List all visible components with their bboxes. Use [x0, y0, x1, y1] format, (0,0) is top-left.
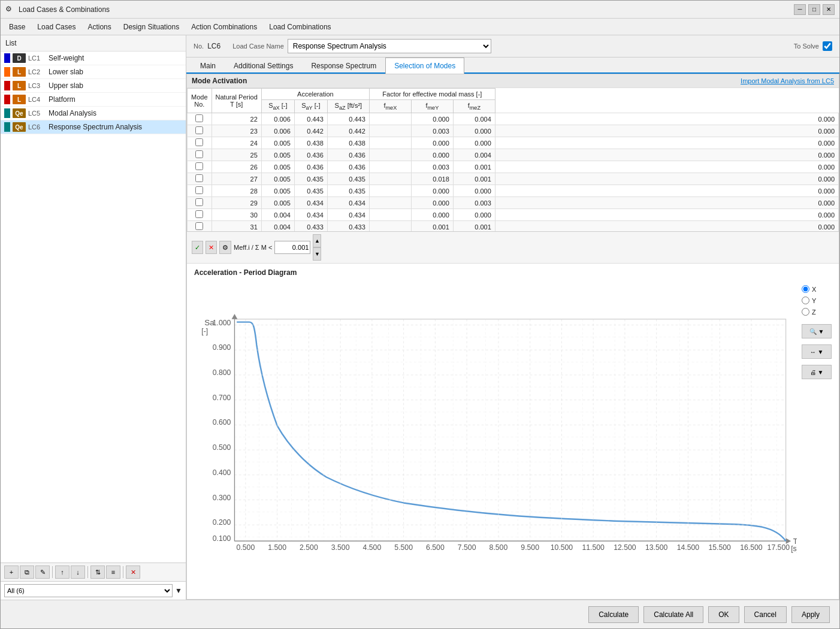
import-link[interactable]: Import Modal Analysis from LC5	[741, 77, 834, 84]
menu-base[interactable]: Base	[3, 20, 31, 34]
spin-down[interactable]: ▼	[313, 247, 321, 261]
table-cell: 0.436	[327, 161, 369, 173]
col-mode-no: ModeNo.	[188, 89, 212, 113]
chart-svg-container: Sa [-] 1.000 0.900 0.800 0.700 0.6	[194, 279, 797, 594]
table-cell: 0.000	[495, 125, 838, 137]
lc-item-lc3[interactable]: L LC3 Upper slab	[1, 79, 186, 93]
col-say: SaY [-]	[294, 100, 327, 113]
filter-dropdown-btn[interactable]: ▼	[175, 586, 182, 595]
lc-item-lc4[interactable]: L LC4 Platform	[1, 93, 186, 107]
load-case-name-select[interactable]: Response Spectrum Analysis	[288, 39, 491, 53]
svg-text:9.500: 9.500	[521, 543, 539, 552]
minimize-button[interactable]: ─	[794, 4, 806, 15]
copy-button[interactable]: ⧉	[20, 566, 34, 579]
edit-button[interactable]: ✎	[35, 566, 50, 579]
svg-text:0.500: 0.500	[237, 543, 255, 552]
tab-additional-settings[interactable]: Additional Settings	[225, 58, 302, 74]
lc-item-lc2[interactable]: L LC2 Lower slab	[1, 65, 186, 79]
table-cell: 0.000	[495, 113, 838, 125]
tab-selection-of-modes[interactable]: Selection of Modes	[385, 58, 464, 74]
table-cell: 0.000	[411, 185, 453, 197]
table-cell	[369, 161, 411, 173]
svg-text:15.500: 15.500	[708, 543, 731, 552]
delete-button[interactable]: ✕	[126, 566, 140, 579]
table-cell	[369, 221, 411, 232]
table-cell: 0.000	[495, 209, 838, 221]
tab-main[interactable]: Main	[191, 58, 225, 74]
mode-activation-header: Mode Activation Import Modal Analysis fr…	[187, 74, 839, 88]
mode-checkbox-31[interactable]	[195, 222, 203, 230]
menu-action-combinations[interactable]: Action Combinations	[185, 20, 263, 34]
radio-z-label: Z	[812, 309, 816, 316]
svg-text:[-]: [-]	[201, 327, 208, 335]
menu-design-situations[interactable]: Design Situations	[117, 20, 185, 34]
list-spacer	[1, 307, 186, 563]
filter-btn[interactable]: ⚙	[219, 241, 231, 254]
lc-item-lc6[interactable]: Qe LC6 Response Spectrum Analysis	[1, 120, 186, 134]
radio-y[interactable]	[802, 297, 809, 304]
lc-item-lc5[interactable]: Qe LC5 Modal Analysis	[1, 107, 186, 120]
maximize-button[interactable]: □	[808, 4, 820, 15]
mode-checkbox-22[interactable]	[195, 114, 203, 122]
mode-checkbox-29[interactable]	[195, 198, 203, 206]
table-cell: 0.000	[495, 173, 838, 185]
sort-button[interactable]: ⇅	[90, 566, 105, 579]
menu-load-combinations[interactable]: Load Combinations	[263, 20, 337, 34]
radio-z[interactable]	[802, 308, 809, 316]
up-button[interactable]: ↑	[55, 566, 70, 579]
svg-text:2.500: 2.500	[300, 543, 318, 552]
svg-text:0.100: 0.100	[213, 534, 231, 543]
chart-print-btn[interactable]: 🖨 ▼	[802, 365, 832, 379]
uncheck-all-btn[interactable]: ✕	[206, 241, 217, 254]
table-cell	[369, 149, 411, 161]
table-cell: 0.001	[453, 221, 495, 232]
menu-load-cases[interactable]: Load Cases	[31, 20, 81, 34]
tabs-bar: Main Additional Settings Response Spectr…	[186, 58, 839, 74]
lc-item-lc1[interactable]: D LC1 Self-weight	[1, 52, 186, 65]
apply-button[interactable]: Apply	[791, 606, 830, 623]
chart-cursor-btn[interactable]: ↔ ▼	[802, 344, 832, 359]
table-cell: 0.004	[453, 113, 495, 125]
svg-text:0.500: 0.500	[213, 443, 231, 452]
group-button[interactable]: ≡	[106, 566, 120, 579]
add-button[interactable]: +	[4, 566, 19, 579]
menu-actions[interactable]: Actions	[81, 20, 117, 34]
table-cell: 0.436	[294, 149, 327, 161]
mode-checkbox-26[interactable]	[195, 162, 203, 170]
cancel-button[interactable]: Cancel	[744, 606, 787, 623]
chart-tool-group3: 🖨 ▼	[802, 365, 832, 379]
spin-up[interactable]: ▲	[313, 234, 321, 247]
close-button[interactable]: ✕	[823, 4, 835, 15]
lc3-name: Upper slab	[49, 81, 83, 90]
down-button[interactable]: ↓	[71, 566, 85, 579]
no-value: LC6	[207, 42, 220, 50]
mode-checkbox-30[interactable]	[195, 210, 203, 218]
filter-select[interactable]: All (6)	[4, 584, 173, 597]
mode-checkbox-25[interactable]	[195, 150, 203, 158]
radio-y-row: Y	[802, 297, 816, 304]
svg-text:6.500: 6.500	[426, 543, 445, 552]
calculate-all-button[interactable]: Calculate All	[643, 606, 703, 623]
table-cell: 0.005	[261, 185, 294, 197]
calculate-button[interactable]: Calculate	[588, 606, 639, 623]
mode-checkbox-24[interactable]	[195, 138, 203, 146]
check-all-btn[interactable]: ✓	[192, 241, 203, 254]
table-cell: 0.435	[294, 173, 327, 185]
table-cell: 27	[211, 173, 261, 185]
to-solve-checkbox[interactable]	[823, 41, 832, 51]
ok-button[interactable]: OK	[708, 606, 739, 623]
chart-wrap: Sa [-] 1.000 0.900 0.800 0.700 0.6	[194, 279, 832, 594]
lc6-name: Response Spectrum Analysis	[49, 123, 142, 131]
radio-x[interactable]	[802, 285, 809, 293]
table-cell: 0.438	[327, 137, 369, 149]
chart-zoom-btn[interactable]: 🔍 ▼	[802, 324, 832, 338]
svg-text:14.500: 14.500	[677, 543, 700, 552]
filter-value-input[interactable]	[274, 241, 310, 254]
tab-response-spectrum[interactable]: Response Spectrum	[302, 58, 385, 74]
table-cell: 0.003	[453, 197, 495, 209]
table-cell: 0.004	[261, 209, 294, 221]
mode-checkbox-23[interactable]	[195, 126, 203, 134]
mode-checkbox-28[interactable]	[195, 186, 203, 194]
svg-text:12.500: 12.500	[614, 543, 636, 552]
mode-checkbox-27[interactable]	[195, 174, 203, 182]
